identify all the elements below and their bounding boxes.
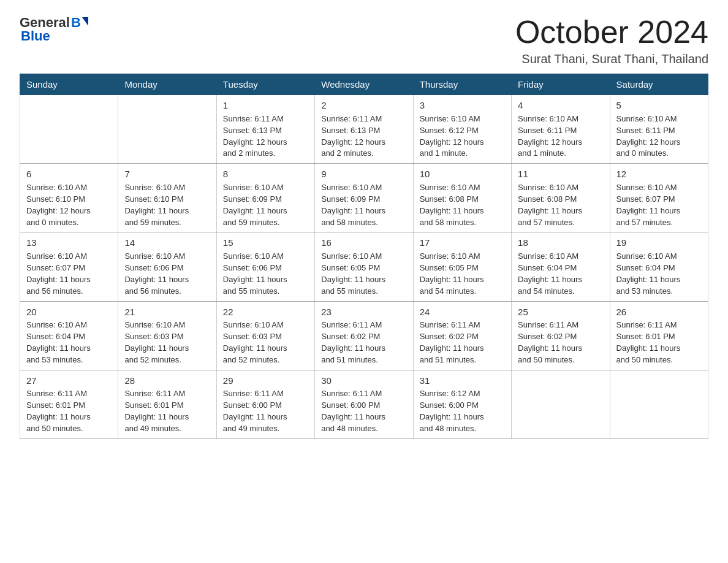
calendar-cell: [20, 95, 118, 164]
day-number: 30: [321, 374, 406, 388]
day-number: 7: [124, 167, 210, 181]
day-info: Sunrise: 6:10 AMSunset: 6:10 PMDaylight:…: [124, 182, 210, 228]
day-number: 31: [420, 374, 505, 388]
calendar-cell: 15Sunrise: 6:10 AMSunset: 6:06 PMDayligh…: [216, 232, 314, 301]
calendar-cell: 1Sunrise: 6:11 AMSunset: 6:13 PMDaylight…: [216, 95, 314, 164]
calendar-day-header: Tuesday: [216, 74, 314, 95]
day-info: Sunrise: 6:10 AMSunset: 6:03 PMDaylight:…: [223, 320, 308, 366]
calendar-cell: 2Sunrise: 6:11 AMSunset: 6:13 PMDaylight…: [315, 95, 413, 164]
calendar-header-row: SundayMondayTuesdayWednesdayThursdayFrid…: [20, 74, 708, 95]
day-number: 3: [420, 99, 505, 112]
day-number: 12: [616, 167, 702, 181]
calendar-cell: 24Sunrise: 6:11 AMSunset: 6:02 PMDayligh…: [413, 301, 511, 370]
calendar-cell: 25Sunrise: 6:11 AMSunset: 6:02 PMDayligh…: [512, 301, 610, 370]
calendar-cell: 18Sunrise: 6:10 AMSunset: 6:04 PMDayligh…: [512, 232, 610, 301]
day-number: 2: [321, 99, 406, 112]
day-info: Sunrise: 6:10 AMSunset: 6:12 PMDaylight:…: [420, 113, 505, 159]
calendar-cell: [118, 95, 216, 164]
day-number: 8: [223, 167, 308, 181]
day-number: 18: [518, 236, 603, 250]
calendar-week-row: 20Sunrise: 6:10 AMSunset: 6:04 PMDayligh…: [20, 301, 708, 370]
day-number: 23: [321, 305, 406, 319]
calendar-cell: 5Sunrise: 6:10 AMSunset: 6:11 PMDaylight…: [610, 95, 708, 164]
calendar-cell: 13Sunrise: 6:10 AMSunset: 6:07 PMDayligh…: [20, 232, 118, 301]
day-number: 14: [124, 236, 210, 250]
calendar-cell: 3Sunrise: 6:10 AMSunset: 6:12 PMDaylight…: [413, 95, 511, 164]
day-number: 26: [616, 305, 702, 319]
day-info: Sunrise: 6:11 AMSunset: 6:00 PMDaylight:…: [223, 388, 308, 434]
calendar-day-header: Thursday: [413, 74, 511, 95]
calendar-cell: 12Sunrise: 6:10 AMSunset: 6:07 PMDayligh…: [610, 164, 708, 232]
day-info: Sunrise: 6:10 AMSunset: 6:07 PMDaylight:…: [26, 251, 112, 297]
day-info: Sunrise: 6:10 AMSunset: 6:04 PMDaylight:…: [616, 251, 702, 297]
calendar-day-header: Wednesday: [315, 74, 413, 95]
calendar-cell: 26Sunrise: 6:11 AMSunset: 6:01 PMDayligh…: [610, 301, 708, 370]
calendar-cell: 22Sunrise: 6:10 AMSunset: 6:03 PMDayligh…: [216, 301, 314, 370]
day-info: Sunrise: 6:10 AMSunset: 6:03 PMDaylight:…: [124, 320, 210, 366]
calendar-cell: [512, 370, 610, 439]
day-number: 11: [518, 167, 603, 181]
day-info: Sunrise: 6:10 AMSunset: 6:04 PMDaylight:…: [26, 320, 112, 366]
day-number: 9: [321, 167, 406, 181]
day-info: Sunrise: 6:10 AMSunset: 6:05 PMDaylight:…: [420, 251, 505, 297]
day-number: 22: [223, 305, 308, 319]
logo: General B Blue: [20, 15, 88, 44]
calendar-cell: 8Sunrise: 6:10 AMSunset: 6:09 PMDaylight…: [216, 164, 314, 232]
day-number: 17: [420, 236, 505, 250]
calendar-week-row: 13Sunrise: 6:10 AMSunset: 6:07 PMDayligh…: [20, 232, 708, 301]
day-number: 1: [223, 99, 308, 112]
day-info: Sunrise: 6:12 AMSunset: 6:00 PMDaylight:…: [420, 388, 505, 434]
calendar-cell: 30Sunrise: 6:11 AMSunset: 6:00 PMDayligh…: [315, 370, 413, 439]
day-info: Sunrise: 6:11 AMSunset: 6:01 PMDaylight:…: [26, 388, 112, 434]
logo-triangle-icon: [82, 17, 88, 26]
day-info: Sunrise: 6:10 AMSunset: 6:05 PMDaylight:…: [321, 251, 406, 297]
day-info: Sunrise: 6:11 AMSunset: 6:02 PMDaylight:…: [420, 320, 505, 366]
day-info: Sunrise: 6:10 AMSunset: 6:10 PMDaylight:…: [26, 182, 112, 228]
day-number: 20: [26, 305, 112, 319]
calendar-cell: 16Sunrise: 6:10 AMSunset: 6:05 PMDayligh…: [315, 232, 413, 301]
calendar-cell: 10Sunrise: 6:10 AMSunset: 6:08 PMDayligh…: [413, 164, 511, 232]
day-number: 25: [518, 305, 603, 319]
day-number: 21: [124, 305, 210, 319]
calendar-cell: 27Sunrise: 6:11 AMSunset: 6:01 PMDayligh…: [20, 370, 118, 439]
calendar-cell: 19Sunrise: 6:10 AMSunset: 6:04 PMDayligh…: [610, 232, 708, 301]
calendar-cell: 4Sunrise: 6:10 AMSunset: 6:11 PMDaylight…: [512, 95, 610, 164]
day-info: Sunrise: 6:10 AMSunset: 6:09 PMDaylight:…: [321, 182, 406, 228]
calendar-cell: 11Sunrise: 6:10 AMSunset: 6:08 PMDayligh…: [512, 164, 610, 232]
day-number: 27: [26, 374, 112, 388]
calendar-cell: 21Sunrise: 6:10 AMSunset: 6:03 PMDayligh…: [118, 301, 216, 370]
day-number: 16: [321, 236, 406, 250]
calendar-cell: 14Sunrise: 6:10 AMSunset: 6:06 PMDayligh…: [118, 232, 216, 301]
location-title: Surat Thani, Surat Thani, Thailand: [515, 52, 708, 66]
day-info: Sunrise: 6:11 AMSunset: 6:02 PMDaylight:…: [321, 320, 406, 366]
calendar-cell: 17Sunrise: 6:10 AMSunset: 6:05 PMDayligh…: [413, 232, 511, 301]
day-info: Sunrise: 6:10 AMSunset: 6:08 PMDaylight:…: [518, 182, 603, 228]
calendar-cell: 20Sunrise: 6:10 AMSunset: 6:04 PMDayligh…: [20, 301, 118, 370]
day-number: 4: [518, 99, 603, 112]
calendar-week-row: 27Sunrise: 6:11 AMSunset: 6:01 PMDayligh…: [20, 370, 708, 439]
day-info: Sunrise: 6:10 AMSunset: 6:04 PMDaylight:…: [518, 251, 603, 297]
day-number: 6: [26, 167, 112, 181]
day-info: Sunrise: 6:10 AMSunset: 6:07 PMDaylight:…: [616, 182, 702, 228]
day-info: Sunrise: 6:10 AMSunset: 6:06 PMDaylight:…: [124, 251, 210, 297]
calendar-cell: [610, 370, 708, 439]
calendar-cell: 6Sunrise: 6:10 AMSunset: 6:10 PMDaylight…: [20, 164, 118, 232]
calendar-cell: 23Sunrise: 6:11 AMSunset: 6:02 PMDayligh…: [315, 301, 413, 370]
title-section: October 2024 Surat Thani, Surat Thani, T…: [515, 15, 708, 66]
day-number: 28: [124, 374, 210, 388]
day-info: Sunrise: 6:11 AMSunset: 6:13 PMDaylight:…: [223, 113, 308, 159]
day-info: Sunrise: 6:11 AMSunset: 6:00 PMDaylight:…: [321, 388, 406, 434]
calendar-cell: 29Sunrise: 6:11 AMSunset: 6:00 PMDayligh…: [216, 370, 314, 439]
day-number: 29: [223, 374, 308, 388]
page-header: General B Blue October 2024 Surat Thani,…: [20, 15, 708, 66]
day-number: 5: [616, 99, 702, 112]
day-number: 15: [223, 236, 308, 250]
calendar-week-row: 6Sunrise: 6:10 AMSunset: 6:10 PMDaylight…: [20, 164, 708, 232]
calendar-cell: 9Sunrise: 6:10 AMSunset: 6:09 PMDaylight…: [315, 164, 413, 232]
calendar-day-header: Friday: [512, 74, 610, 95]
day-info: Sunrise: 6:10 AMSunset: 6:11 PMDaylight:…: [616, 113, 702, 159]
day-info: Sunrise: 6:11 AMSunset: 6:01 PMDaylight:…: [124, 388, 210, 434]
calendar-cell: 31Sunrise: 6:12 AMSunset: 6:00 PMDayligh…: [413, 370, 511, 439]
calendar-cell: 7Sunrise: 6:10 AMSunset: 6:10 PMDaylight…: [118, 164, 216, 232]
logo-blue-text: B: [71, 15, 81, 31]
